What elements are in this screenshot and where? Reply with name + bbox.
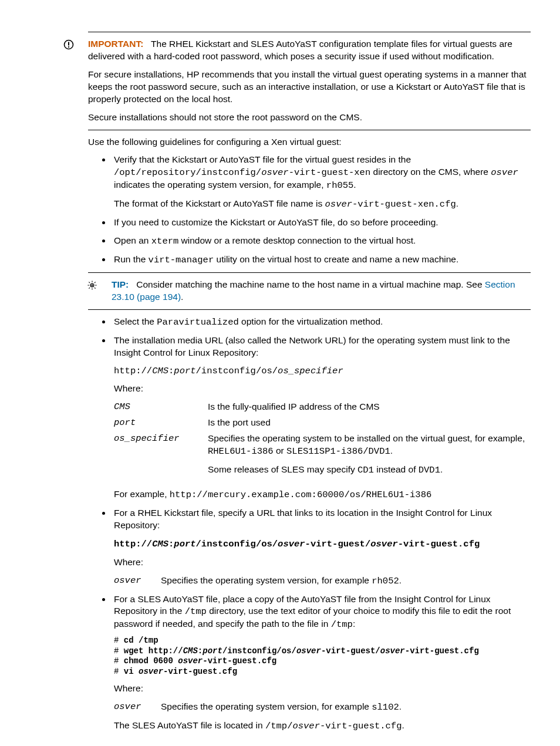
tip-callout: TIP: Consider matching the machine name … [112, 279, 531, 303]
bullet-xterm: Open an xterm window or a remote desktop… [112, 235, 531, 248]
svg-line-11 [95, 282, 96, 283]
where-label-1: Where: [114, 383, 531, 395]
intro-text: Use the following guidelines for configu… [88, 136, 531, 148]
tip-label: TIP: [112, 279, 129, 289]
sles-code-block: # cd /tmp # wget http://CMS:port/instcon… [114, 636, 531, 677]
bullet-sles-autoyast: For a SLES AutoYaST file, place a copy o… [112, 593, 531, 733]
bullet-list-2: Select the Paravirtualized option for th… [88, 316, 531, 733]
rule-after-important [88, 130, 531, 130]
rule-after-tip [88, 309, 531, 310]
important-p2: For secure installations, HP recommends … [88, 69, 531, 106]
defrow-osver-sles: osver Specifies the operating system ver… [114, 701, 531, 714]
bullet-verify-p2: The format of the Kickstart or AutoYaST … [114, 198, 531, 211]
media-url-line: http://CMS:port/instconfig/os/os_specifi… [114, 365, 531, 377]
svg-line-9 [95, 288, 96, 289]
sles-location: The SLES AutoYaST file is located in /tm… [114, 720, 531, 733]
important-callout: IMPORTANT: The RHEL Kickstart and SLES A… [88, 38, 531, 124]
important-icon [63, 39, 74, 53]
bullet-media-url: The installation media URL (also called … [112, 335, 531, 501]
tip-text: TIP: Consider matching the machine name … [112, 279, 531, 303]
defrow-cms: CMS Is the fully-qualified IP address of… [114, 401, 531, 413]
rule-before-tip [88, 272, 531, 273]
def-table-2: osver Specifies the operating system ver… [114, 575, 531, 588]
svg-line-8 [89, 282, 90, 283]
rule-top [88, 32, 531, 32]
svg-line-10 [89, 288, 90, 289]
svg-rect-1 [68, 42, 69, 46]
svg-rect-2 [68, 46, 69, 48]
def-table-3: osver Specifies the operating system ver… [114, 701, 531, 714]
bullet-virtmanager: Run the virt-manager utility on the virt… [112, 254, 531, 266]
bullet-paravirt: Select the Paravirtualized option for th… [112, 316, 531, 329]
bullet-customize: If you need to customize the Kickstart o… [112, 217, 531, 229]
bullet-rhel-kickstart: For a RHEL Kickstart file, specify a URL… [112, 507, 531, 588]
bullet-verify: Verify that the Kickstart or AutoYaST fi… [112, 154, 531, 211]
media-url-example: For example, http://mercury.example.com:… [114, 488, 531, 501]
where-label-2: Where: [114, 556, 531, 569]
where-label-3: Where: [114, 683, 531, 695]
important-p3: Secure installations should not store th… [88, 112, 531, 124]
important-label: IMPORTANT: [88, 39, 143, 49]
rhel-url-line: http://CMS:port/instconfig/os/osver-virt… [114, 538, 531, 551]
bullet-list-1: Verify that the Kickstart or AutoYaST fi… [88, 154, 531, 266]
defrow-osver-rhel: osver Specifies the operating system ver… [114, 575, 531, 588]
defrow-osspec: os_specifier Specifies the operating sys… [114, 433, 531, 482]
important-p1: IMPORTANT: The RHEL Kickstart and SLES A… [88, 38, 531, 63]
def-table-1: CMS Is the fully-qualified IP address of… [114, 401, 531, 482]
defrow-port: port Is the port used [114, 417, 531, 429]
tip-icon [87, 280, 97, 294]
